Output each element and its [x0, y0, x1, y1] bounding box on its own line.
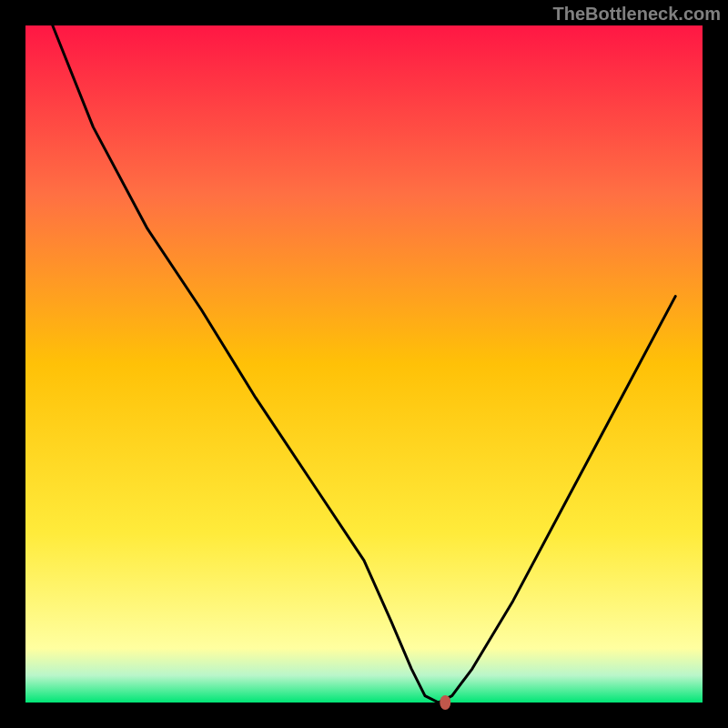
minimum-marker: [440, 695, 450, 710]
chart-container: TheBottleneck.com: [0, 0, 728, 728]
chart-background: [25, 25, 703, 703]
watermark-text: TheBottleneck.com: [553, 4, 721, 25]
bottleneck-chart: [0, 0, 728, 728]
